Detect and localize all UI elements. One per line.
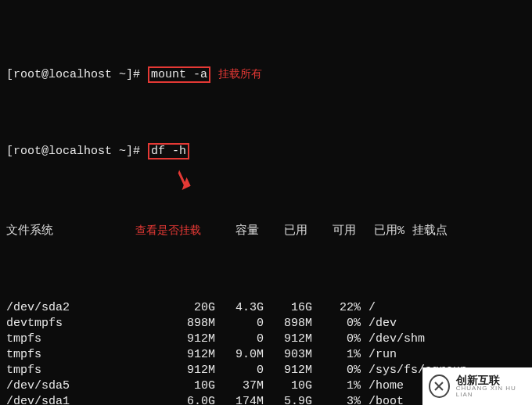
hdr-avail: 可用	[307, 224, 356, 239]
cmd-line-df: [root@localhost ~]# df -h	[6, 144, 526, 159]
brand-logo: 创新互联 CHUANG XIN HU LIAN	[422, 367, 532, 405]
shell-prompt: [root@localhost ~]#	[6, 68, 147, 81]
annotation-check: 查看是否挂载	[135, 224, 201, 236]
hdr-size: 容量	[210, 224, 259, 239]
logo-mark-icon	[429, 375, 450, 398]
df-row: tmpfs912M0912M0%/dev/shm	[6, 332, 526, 347]
hdr-used: 已用	[259, 224, 307, 239]
annotation-mount: 挂载所有	[218, 67, 262, 80]
df-row: /dev/sda220G4.3G16G22%/	[6, 300, 526, 316]
command-mount: mount -a	[148, 66, 210, 83]
brand-cn: 创新互联	[456, 375, 526, 385]
hdr-mnt: 挂载点	[404, 224, 448, 239]
df-row: tmpfs912M9.0M903M1%/run	[6, 347, 526, 363]
hdr-pct: 已用%	[356, 224, 404, 239]
df-row: devtmpfs898M0898M0%/dev	[6, 316, 526, 332]
shell-prompt: [root@localhost ~]#	[6, 145, 147, 158]
brand-en: CHUANG XIN HU LIAN	[456, 385, 526, 398]
df-header: 文件系统查看是否挂载容量已用可用已用%挂载点	[6, 222, 526, 238]
command-dfh: df -h	[148, 143, 189, 159]
cmd-line-mount: [root@localhost ~]# mount -a 挂载所有	[6, 66, 526, 81]
terminal-window[interactable]: [root@localhost ~]# mount -a 挂载所有 [root@…	[0, 0, 532, 405]
